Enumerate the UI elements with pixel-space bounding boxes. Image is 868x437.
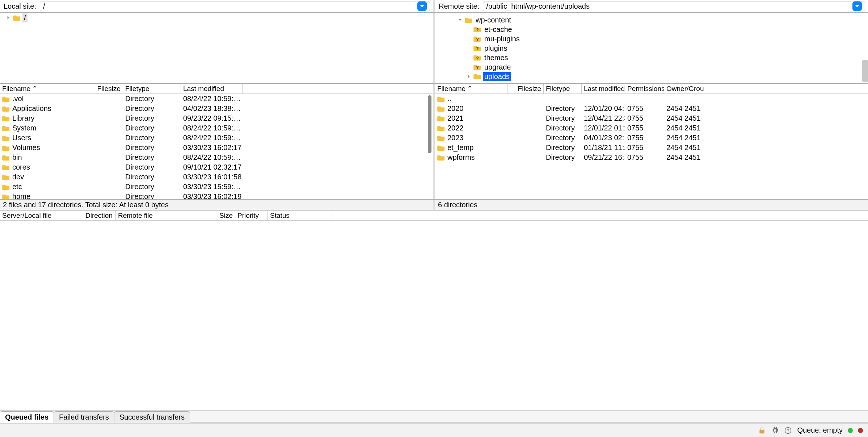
column-header[interactable]: Server/Local file [0,211,83,220]
remote-directory-tree[interactable]: wp-content?et-cache?mu-plugins?plugins?t… [435,13,868,83]
list-item[interactable]: UsersDirectory08/24/22 10:59:… [0,133,433,143]
last-modified: 09/21/22 16:… [582,153,625,162]
tree-item[interactable]: ?themes [435,53,868,62]
tab-successful transfers[interactable]: Successful transfers [114,411,190,423]
filetype: Directory [123,183,181,191]
column-header[interactable]: Filename ⌃ [435,84,507,93]
last-modified: 08/24/22 10:59:… [181,95,243,103]
folder-icon [2,174,10,180]
column-header[interactable]: Priority [235,211,268,220]
folder-icon [2,164,10,171]
list-item[interactable]: devDirectory03/30/23 16:01:58 [0,172,433,182]
filetype: Directory [544,153,582,162]
column-header[interactable]: Filetype [544,84,582,93]
scrollbar[interactable] [862,60,868,82]
list-item[interactable]: .. [435,94,868,104]
list-item[interactable]: SystemDirectory08/24/22 10:59:… [0,123,433,133]
chevron-down-icon[interactable] [457,18,463,22]
column-header[interactable]: Status [268,211,333,220]
last-modified: 03/30/23 16:02:19 [181,192,243,199]
tree-item-label: themes [483,53,510,62]
column-header[interactable]: Last modified [582,84,625,93]
last-modified: 03/30/23 16:02:17 [181,143,243,152]
list-item[interactable]: coresDirectory09/10/21 02:32:17 [0,162,433,172]
list-item[interactable]: binDirectory08/24/22 10:59:… [0,153,433,162]
filetype: Directory [123,114,181,122]
column-header[interactable]: Filetype [123,84,181,93]
list-item[interactable]: wpformsDirectory09/21/22 16:…07552454 24… [435,153,868,162]
column-header[interactable]: Owner/Group [664,84,704,93]
activity-indicator-send [858,428,863,433]
activity-indicator-receive [848,428,853,433]
column-header[interactable] [704,84,868,93]
owner-group: 2454 2451 [664,104,704,113]
sort-ascending-icon: ⌃ [467,84,473,93]
tree-item-root[interactable]: / [0,13,433,22]
column-header[interactable]: Remote file [116,211,206,220]
footer-bar: ? Queue: empty [0,423,868,437]
list-item[interactable]: 2021Directory12/04/21 22:3..07552454 245… [435,113,868,123]
folder-icon [437,145,445,151]
filetype: Directory [544,143,582,152]
last-modified: 03/30/23 16:01:58 [181,173,243,181]
column-header[interactable]: Direction [83,211,116,220]
scrollbar[interactable] [426,94,433,199]
help-icon[interactable]: ? [784,426,792,434]
list-item[interactable]: ApplicationsDirectory04/02/23 18:38:… [0,104,433,113]
tree-item[interactable]: ?upgrade [435,62,868,72]
tree-item-label: uploads [483,72,511,81]
column-header[interactable]: Filesize [83,84,123,93]
tree-item[interactable]: ?plugins [435,43,868,53]
column-header[interactable]: Last modified [181,84,243,93]
tree-item-label: wp-content [474,16,513,25]
remote-site-dropdown-button[interactable] [852,1,862,11]
folder-icon [2,193,10,199]
remote-file-list: Filename ⌃FilesizeFiletypeLast modifiedP… [435,84,868,199]
tree-item[interactable]: uploads [435,72,868,81]
list-item[interactable]: 2020Directory12/01/20 04:…07552454 2451 [435,104,868,113]
lock-icon[interactable] [758,426,766,434]
chevron-right-icon[interactable] [5,16,12,20]
list-item[interactable]: etcDirectory03/30/23 15:59:… [0,182,433,192]
folder-icon [437,125,445,132]
tree-item[interactable]: ?et-cache [435,25,868,34]
chevron-right-icon[interactable] [465,74,472,79]
permissions: 0755 [625,153,664,162]
folder-unknown-icon: ? [473,54,481,61]
column-header[interactable] [333,211,868,220]
tab-failed transfers[interactable]: Failed transfers [54,411,114,423]
gear-icon[interactable] [771,426,779,434]
last-modified: 01/18/21 11:2… [582,143,625,152]
column-header[interactable]: Filename ⌃ [0,84,83,93]
list-item[interactable]: VolumesDirectory03/30/23 16:02:17 [0,143,433,153]
column-header[interactable]: Size [206,211,235,220]
list-item[interactable]: homeDirectory03/30/23 16:02:19 [0,192,433,199]
column-header[interactable]: Permissions [625,84,664,93]
list-item[interactable]: 2023Directory04/01/23 02:…07552454 2451 [435,133,868,143]
local-site-path-bar: Local site: / [0,0,433,12]
folder-icon [2,184,10,190]
tab-queued files[interactable]: Queued files [0,411,54,423]
tree-item[interactable]: wp-content [435,15,868,25]
remote-site-path-value: /public_html/wp-content/uploads [486,2,852,11]
folder-icon [437,96,445,102]
list-item[interactable]: LibraryDirectory09/23/22 09:15:… [0,113,433,123]
last-modified: 12/01/20 04:… [582,104,625,113]
tree-item[interactable]: ?mu-plugins [435,34,868,43]
filename: dev [12,173,24,181]
list-item[interactable]: .volDirectory08/24/22 10:59:… [0,94,433,104]
list-item[interactable]: 2022Directory12/01/22 01:2…07552454 2451 [435,123,868,133]
filename: home [12,192,30,199]
local-site-path-input[interactable]: / [40,1,430,11]
local-file-list: Filename ⌃FilesizeFiletypeLast modified … [0,84,433,199]
remote-site-label: Remote site: [438,2,480,11]
remote-site-path-input[interactable]: /public_html/wp-content/uploads [483,1,865,11]
queue-status-text: Queue: empty [797,426,843,434]
filetype: Directory [123,134,181,142]
list-item[interactable]: et_tempDirectory01/18/21 11:2…07552454 2… [435,143,868,153]
local-site-dropdown-button[interactable] [417,1,427,11]
column-header[interactable]: Filesize [507,84,544,93]
local-directory-tree[interactable]: / [0,13,433,83]
column-header[interactable] [243,84,433,93]
tree-item[interactable]: ?wp-includes [435,81,868,83]
